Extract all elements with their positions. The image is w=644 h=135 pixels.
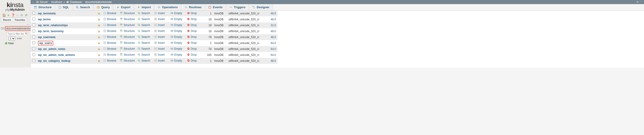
table-name-link[interactable]: wp_term_relationships	[38, 24, 68, 27]
structure-action[interactable]: Structure	[120, 47, 135, 50]
docs-icon[interactable]: ❓	[11, 13, 14, 17]
table-name-link[interactable]: wp_users	[38, 41, 53, 45]
search-action[interactable]: Search	[138, 53, 150, 56]
search-action[interactable]: Search	[138, 23, 150, 27]
tab-events[interactable]: Events	[205, 4, 226, 10]
row-checkbox[interactable]	[32, 29, 35, 32]
favorite-star-icon[interactable]: ★	[96, 58, 102, 64]
favorite-star-icon[interactable]: ★	[96, 34, 102, 40]
search-action[interactable]: Search	[138, 41, 150, 44]
search-action[interactable]: Search	[138, 35, 150, 38]
insert-action[interactable]: Insert	[154, 59, 165, 62]
browse-action[interactable]: Browse	[103, 59, 116, 62]
insert-action[interactable]: Insert	[154, 17, 165, 21]
favorite-star-icon[interactable]: ★	[96, 52, 102, 58]
pager-next[interactable]: > >>	[17, 37, 22, 40]
empty-action[interactable]: Empty	[170, 29, 182, 33]
row-checkbox[interactable]	[32, 12, 35, 14]
drop-action[interactable]: Drop	[187, 53, 197, 56]
tree-toggle-icon[interactable]: −	[1, 27, 2, 29]
row-checkbox[interactable]	[32, 23, 35, 26]
structure-action[interactable]: Structure	[120, 41, 135, 44]
structure-action[interactable]: Structure	[120, 23, 135, 27]
empty-action[interactable]: Empty	[170, 41, 182, 44]
favorite-star-icon[interactable]: ★	[96, 28, 102, 34]
tab-operations[interactable]: Operations	[154, 4, 181, 10]
search-action[interactable]: Search	[138, 17, 150, 21]
insert-action[interactable]: Insert	[154, 29, 165, 33]
sql-icon[interactable]: ▭	[16, 13, 19, 17]
reload-icon[interactable]: ⟳	[25, 13, 28, 17]
tab-export[interactable]: Export	[113, 4, 134, 10]
collapse-icon[interactable]: ⸻	[0, 23, 30, 25]
tab-structure[interactable]: Structure	[30, 4, 55, 10]
structure-action[interactable]: Structure	[120, 12, 135, 15]
empty-action[interactable]: Empty	[170, 17, 182, 21]
row-checkbox[interactable]	[32, 59, 35, 62]
search-action[interactable]: Search	[138, 59, 150, 62]
db-node[interactable]: documentationtestsite	[5, 26, 34, 31]
browse-action[interactable]: Browse	[103, 35, 116, 38]
page-select[interactable]: 1	[9, 37, 15, 40]
tab-query[interactable]: Query	[94, 4, 113, 10]
browse-action[interactable]: Browse	[103, 23, 116, 27]
drop-action[interactable]: Drop	[187, 29, 197, 33]
insert-action[interactable]: Insert	[154, 12, 165, 15]
empty-action[interactable]: Empty	[170, 47, 182, 50]
tab-triggers[interactable]: Triggers	[226, 4, 249, 10]
browse-action[interactable]: Browse	[103, 12, 116, 15]
browse-action[interactable]: Browse	[103, 29, 116, 33]
settings-icon[interactable]: ⚙	[20, 13, 23, 17]
breadcrumb-database[interactable]: Database: documentationtestsite	[66, 0, 112, 4]
insert-action[interactable]: Insert	[154, 35, 165, 38]
row-checkbox[interactable]	[32, 41, 35, 44]
structure-action[interactable]: Structure	[120, 59, 135, 62]
tree-toggle-icon[interactable]: +	[3, 27, 4, 29]
drop-action[interactable]: Drop	[187, 47, 197, 50]
exit-icon[interactable]: ⎆	[7, 13, 10, 17]
tab-routines[interactable]: Routines	[181, 4, 205, 10]
tab-sql[interactable]: SQL	[55, 4, 72, 10]
favorites-button[interactable]: Favorites	[13, 17, 27, 22]
browse-action[interactable]: Browse	[103, 53, 116, 56]
tab-search[interactable]: Search	[72, 4, 94, 10]
home-icon[interactable]: 🏠	[2, 13, 6, 17]
insert-action[interactable]: Insert	[154, 53, 165, 56]
row-checkbox[interactable]	[32, 47, 35, 50]
favorite-star-icon[interactable]: ★	[96, 10, 102, 16]
browse-action[interactable]: Browse	[103, 17, 116, 21]
table-name-link[interactable]: wp_term_taxonomy	[38, 30, 64, 33]
empty-action[interactable]: Empty	[170, 23, 182, 27]
structure-action[interactable]: Structure	[120, 17, 135, 21]
drop-action[interactable]: Drop	[187, 35, 197, 38]
empty-action[interactable]: Empty	[170, 35, 182, 38]
empty-action[interactable]: Empty	[170, 53, 182, 56]
search-action[interactable]: Search	[138, 47, 150, 50]
insert-action[interactable]: Insert	[154, 41, 165, 44]
insert-action[interactable]: Insert	[154, 47, 165, 50]
browse-action[interactable]: Browse	[103, 47, 116, 50]
drop-action[interactable]: Drop	[187, 59, 197, 62]
table-name-link[interactable]: wp_wc_category_lookup	[38, 59, 70, 62]
drop-action[interactable]: Drop	[187, 17, 197, 21]
favorite-star-icon[interactable]: ★	[96, 40, 102, 46]
drop-action[interactable]: Drop	[187, 41, 197, 44]
row-checkbox[interactable]	[32, 35, 35, 38]
favorite-star-icon[interactable]: ★	[96, 16, 102, 22]
row-checkbox[interactable]	[32, 53, 35, 56]
structure-action[interactable]: Structure	[120, 53, 135, 56]
empty-action[interactable]: Empty	[170, 59, 182, 62]
search-action[interactable]: Search	[138, 29, 150, 33]
table-name-link[interactable]: wp_wc_admin_notes	[38, 47, 65, 51]
clear-filter-icon[interactable]: X	[25, 32, 27, 35]
table-name-link[interactable]: wp_termmeta	[38, 12, 56, 15]
browse-action[interactable]: Browse	[103, 41, 116, 44]
new-table[interactable]: New	[5, 42, 30, 45]
tab-designer[interactable]: Designer	[249, 4, 273, 10]
tab-import[interactable]: Import	[134, 4, 154, 10]
empty-action[interactable]: Empty	[170, 12, 182, 15]
table-name-link[interactable]: wp_terms	[38, 18, 51, 21]
structure-action[interactable]: Structure	[120, 29, 135, 33]
drop-action[interactable]: Drop	[187, 12, 197, 15]
favorite-star-icon[interactable]: ★	[96, 46, 102, 52]
